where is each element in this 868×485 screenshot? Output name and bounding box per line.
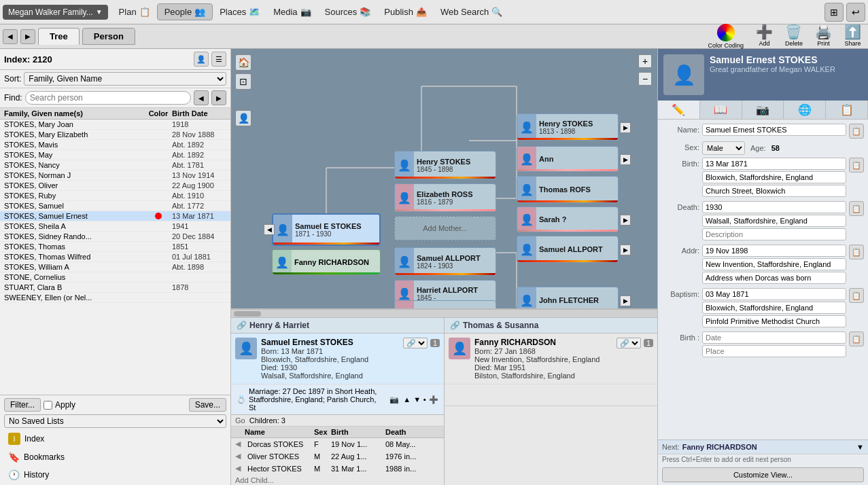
list-item[interactable]: STOKES, Sheila A 1941 <box>0 221 230 232</box>
menu-places[interactable]: Places 🗺️ <box>213 4 266 20</box>
john-fletcher-arrow[interactable]: ▶ <box>620 295 631 306</box>
next-person-row[interactable]: Next: Fanny RICHARDSON ▼ <box>658 439 868 454</box>
marriage-arrow-down[interactable]: ▼ <box>413 395 421 403</box>
delete-btn[interactable]: 🗑️ Delete <box>781 22 807 50</box>
nav-index[interactable]: I Index <box>4 431 226 447</box>
list-item[interactable]: STOKES, William A Abt. 1898 <box>0 262 230 272</box>
birth2-date-input[interactable] <box>702 331 846 344</box>
list-item[interactable]: STOKES, May Abt. 1892 <box>0 150 230 160</box>
addr-place2-input[interactable] <box>702 272 846 284</box>
back-btn[interactable]: ◀ <box>3 29 18 44</box>
list-item[interactable]: STUART, Clara B 1878 <box>0 283 230 293</box>
person-nav-btn[interactable]: 👤 <box>235 110 251 126</box>
list-item[interactable]: STOKES, Thomas 1851 <box>0 242 230 252</box>
apply-checkbox[interactable] <box>44 401 52 410</box>
samuel-allport-1-arrow[interactable]: ▶ <box>620 245 631 255</box>
zoom-out-btn[interactable]: − <box>638 72 652 86</box>
index-list-icon-btn[interactable]: ☰ <box>211 52 226 67</box>
index-person-icon-btn[interactable]: 👤 <box>194 52 209 67</box>
name-input[interactable] <box>702 124 846 136</box>
baptism-place1-input[interactable] <box>702 302 846 314</box>
addr-place1-input[interactable] <box>702 258 846 270</box>
birth-place2-input[interactable] <box>702 185 846 197</box>
share-btn[interactable]: ⬆️ Share <box>840 22 865 50</box>
baptism-date-input[interactable] <box>702 288 846 300</box>
customize-view-btn[interactable]: Customize View... <box>662 467 864 482</box>
list-item[interactable]: STOKES, Mary Joan 1918 <box>0 120 230 130</box>
tab-globe[interactable]: 🌐 <box>784 101 826 119</box>
marriage-plus-icon[interactable]: ➕ <box>429 395 438 404</box>
return-icon-btn[interactable]: ↩ <box>846 3 865 22</box>
death-place-input[interactable] <box>702 215 846 227</box>
person-john-fletcher[interactable]: 👤 John FLETCHER <box>517 287 619 308</box>
forward-btn[interactable]: ▶ <box>20 29 35 44</box>
save-btn[interactable]: Save... <box>189 398 226 412</box>
person-thomas-rofs[interactable]: 👤 Thomas ROFS <box>517 176 619 203</box>
person-sarah[interactable]: 👤 Sarah ? <box>517 206 619 232</box>
fanny-select[interactable]: 🔗 <box>617 338 641 348</box>
birth-date-input[interactable] <box>702 158 846 170</box>
person-elizabeth-ross[interactable]: 👤 Elizabeth ROSS 1816 - 1879 <box>394 183 496 212</box>
add-mother-1[interactable]: Add Mother... <box>394 216 496 240</box>
color-coding-btn[interactable]: Color Coding <box>704 22 748 50</box>
search-prev-btn[interactable]: ◀ <box>194 90 209 105</box>
nav-history[interactable]: 🕐 History <box>4 467 226 482</box>
list-item[interactable]: STOKES, Norman J 13 Nov 1914 <box>0 170 230 181</box>
birth-place1-input[interactable] <box>702 171 846 183</box>
nav-bookmarks[interactable]: 🔖 Bookmarks <box>4 450 226 465</box>
scroll-thumb[interactable] <box>234 311 261 317</box>
marriage-arrow-up[interactable]: ▲ <box>403 395 411 403</box>
person-henry-1845[interactable]: 👤 Henry STOKES 1845 - 1898 <box>394 151 496 179</box>
menu-people[interactable]: People 👥 <box>157 3 213 20</box>
child-row[interactable]: ◀ Dorcas STOKES F 19 Nov 1... 08 May... <box>231 438 444 450</box>
addr-date-input[interactable] <box>702 245 846 257</box>
sex-select[interactable]: Male Female <box>702 141 745 155</box>
birth2-place-input[interactable] <box>702 345 846 357</box>
list-item[interactable]: STOKES, Thomas Wilfred 01 Jul 1881 <box>0 252 230 262</box>
person-samuel-allport[interactable]: 👤 Samuel ALLPORT 1824 - 1903 <box>394 247 496 276</box>
tab-pencil[interactable]: ✏️ <box>658 101 700 119</box>
person-fanny-richardson[interactable]: 👤 Fanny RICHARDSON <box>272 249 381 275</box>
search-input[interactable] <box>25 91 191 105</box>
list-item[interactable]: STOKES, Nancy Abt. 1781 <box>0 160 230 170</box>
menu-sources[interactable]: Sources 📚 <box>318 4 378 20</box>
list-item[interactable]: STOKES, Samuel Abt. 1772 <box>0 201 230 211</box>
birth2-copy-btn[interactable]: 📋 <box>849 331 864 346</box>
grid-icon-btn[interactable]: ⊞ <box>824 3 844 22</box>
henry-1813-arrow[interactable]: ▶ <box>620 122 631 133</box>
menu-plan[interactable]: Plan 📋 <box>112 4 157 20</box>
menu-websearch[interactable]: Web Search 🔍 <box>434 4 509 20</box>
sort-select[interactable]: Family, Given Name <box>24 72 226 86</box>
fit-nav-btn[interactable]: ⊡ <box>235 73 251 90</box>
baptism-place2-input[interactable] <box>702 315 846 327</box>
menu-media[interactable]: Media 📷 <box>266 4 317 20</box>
tab-camera[interactable]: 📷 <box>742 101 784 119</box>
death-date-input[interactable] <box>702 201 846 213</box>
list-item[interactable]: STOKES, Samuel Ernest 13 Mar 1871 <box>0 211 230 221</box>
add-child-btn[interactable]: Add Child... <box>231 475 444 485</box>
zoom-in-btn[interactable]: + <box>638 54 652 68</box>
tab-clipboard[interactable]: 📋 <box>826 101 868 119</box>
home-nav-btn[interactable]: 🏠 <box>235 54 251 71</box>
filter-btn[interactable]: Filter... <box>4 398 41 412</box>
list-item[interactable]: STOKES, Ruby Abt. 1910 <box>0 191 230 201</box>
menu-publish[interactable]: Publish 📤 <box>377 4 434 20</box>
next-chevron-icon[interactable]: ▼ <box>856 443 864 451</box>
person-henry-1813[interactable]: 👤 Henry STOKES 1813 - 1898 <box>517 113 619 141</box>
samuel-left-arrow[interactable]: ◀ <box>264 224 275 235</box>
tree-area[interactable]: 🏠 ⊡ 👤 + − <box>231 49 657 308</box>
add-btn[interactable]: ➕ Add <box>752 22 777 50</box>
child-row[interactable]: ◀ Hector STOKES M 31 Mar 1... 1988 in... <box>231 463 444 475</box>
death-copy-btn[interactable]: 📋 <box>849 201 864 216</box>
sarah-arrow[interactable]: ▶ <box>620 215 631 226</box>
person-samuel-allport-1[interactable]: 👤 Samuel ALLPORT <box>517 236 619 263</box>
list-item[interactable]: STOKES, Oliver 22 Aug 1900 <box>0 181 230 191</box>
tab-tree[interactable]: Tree <box>38 28 80 45</box>
person-ann-fletcher[interactable]: 👤 Ann FLETCHER 1826 - 1892 <box>394 300 496 308</box>
list-item[interactable]: SWEENEY, Ellen (or Nel... <box>0 293 230 303</box>
tab-book[interactable]: 📖 <box>700 101 742 119</box>
app-title[interactable]: Megan Walker Family... ▼ <box>3 5 108 20</box>
birth-copy-btn[interactable]: 📋 <box>849 158 864 173</box>
saved-lists-select[interactable]: No Saved Lists <box>4 414 226 428</box>
list-item[interactable]: STOKES, Sidney Rando... 20 Dec 1884 <box>0 232 230 242</box>
